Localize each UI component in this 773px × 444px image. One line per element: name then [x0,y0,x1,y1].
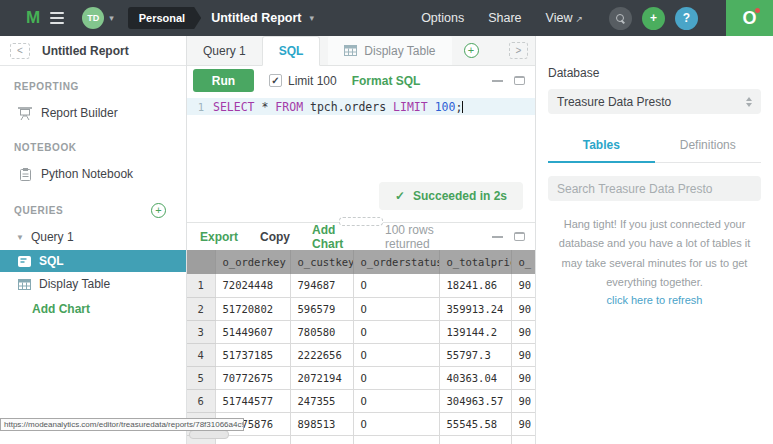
query1-label: Query 1 [31,230,74,244]
report-title: Untitled Report [211,11,301,25]
limit-label: Limit 100 [288,74,337,88]
sql-item-label: SQL [39,254,64,268]
column-header: o_orderkey [215,250,290,274]
breadcrumb-workspace[interactable]: Personal [128,7,201,29]
sidebar-item-query1[interactable]: ▼ Query 1 [0,225,186,249]
tab-definitions[interactable]: Definitions [655,132,762,162]
display-table-item-label: Display Table [39,277,110,291]
tab-tables[interactable]: Tables [548,132,655,163]
table-cell: 70772675 [215,366,290,389]
avatar[interactable]: TD [82,7,104,29]
sql-editor[interactable]: 1 SELECT * FROM tpch.orders LIMIT 100; ✓… [187,95,535,222]
text-cursor [462,101,463,113]
add-button[interactable]: + [642,7,665,30]
avatar-caret-icon[interactable]: ▾ [109,13,114,23]
external-link-icon: ↗ [575,14,583,24]
rows-returned-label: 100 rows returned [385,223,470,251]
sidebar-item-report-builder[interactable]: Report Builder [0,99,186,127]
add-chart-button[interactable]: Add Chart [312,223,363,251]
database-select[interactable]: Treasure Data Presto [548,89,761,114]
sidebar-item-sql[interactable]: SQL [0,250,186,272]
sql-editor-icon [18,256,31,267]
format-sql-button[interactable]: Format SQL [352,74,421,88]
sidebar-header: < Untitled Report [0,36,186,66]
table-cell: O [353,320,439,343]
table-icon [18,279,31,290]
tabbar: Query 1 SQL Display Table + > [187,36,535,66]
table-cell: 55545.58 [439,412,511,435]
results-table-head-row: o_orderkeyo_custkeyo_orderstatuso_totalp… [187,250,535,274]
search-button[interactable] [609,7,632,30]
easel-icon [18,107,32,120]
database-panel: Database Treasure Data Presto Tables Def… [535,36,773,444]
table-cell: 359913.24 [439,297,511,320]
tab-display-table[interactable]: Display Table [328,36,451,65]
queries-section: QUERIES + [0,188,186,225]
run-button[interactable]: Run [193,69,254,92]
add-query-button[interactable]: + [151,203,166,218]
table-cell: 90 [511,274,535,297]
collapse-sidebar-button[interactable]: < [10,43,30,59]
check-icon: ✓ [395,189,405,203]
tables-search-input[interactable] [548,176,761,201]
sidebar-report-title: Untitled Report [42,44,129,58]
column-header: o_ [511,250,535,274]
column-header: o_totalprice [439,250,511,274]
table-cell: 898513 [290,412,353,435]
mode-logo[interactable]: M [26,8,40,28]
notebook-section: NOTEBOOK [0,127,186,160]
column-header: o_custkey [290,250,353,274]
options-button[interactable]: Options [421,11,464,25]
code-line[interactable]: 1 SELECT * FROM tpch.orders LIMIT 100; [187,98,535,115]
sidebar-add-chart[interactable]: Add Chart [0,296,186,322]
view-button[interactable]: View↗ [546,11,583,25]
table-cell: O [353,412,439,435]
results-toolbar: Export Copy Add Chart 100 rows returned [187,222,535,250]
search-icon [616,14,625,23]
maximize-editor-icon[interactable] [514,76,525,85]
minimize-editor-icon[interactable] [492,80,503,82]
table-cell: 304963.57 [439,389,511,412]
limit-100-toggle[interactable]: ✓ Limit 100 [269,74,337,88]
copy-button[interactable]: Copy [260,230,290,244]
scroll-tabs-right-button[interactable]: > [509,42,528,59]
editor-toolbar: Run ✓ Limit 100 Format SQL [187,66,535,95]
table-cell: 90 [511,320,535,343]
code-token: tpch.orders [303,100,393,114]
notification-dot [755,8,760,13]
table-icon [344,45,357,56]
limit-checkbox[interactable]: ✓ [269,74,282,87]
profile-badge[interactable]: O [726,0,773,36]
table-row: 4517371852222656O55797.390 [187,343,535,366]
add-tab-button[interactable]: + [464,43,479,58]
reporting-section: REPORTING [0,66,186,99]
editor-resize-handle[interactable] [339,217,383,226]
table-cell: 72024448 [215,274,290,297]
horizontal-scrollbar[interactable] [189,430,229,439]
share-button[interactable]: Share [488,11,521,25]
row-number-cell: 5 [187,366,215,389]
link-preview-statusbar: https://modeanalytics.com/editor/treasur… [0,418,244,431]
minimize-results-icon[interactable] [492,236,503,238]
code-token: 100 [435,100,456,114]
refresh-link[interactable]: click here to refresh [548,294,761,306]
export-button[interactable]: Export [200,230,238,244]
maximize-results-icon[interactable] [514,232,525,241]
code-line-content[interactable]: SELECT * FROM tpch.orders LIMIT 100; [213,100,463,114]
chevron-down-icon[interactable]: ▼ [16,233,24,242]
table-cell: O [353,297,439,320]
select-arrows-icon [746,97,752,107]
code-token: SELECT [213,100,255,114]
menu-icon[interactable] [50,12,64,24]
sidebar-item-display-table[interactable]: Display Table [0,273,186,295]
query-status-toast: ✓ Succeeded in 2s [379,182,523,210]
row-number-cell: 2 [187,297,215,320]
table-cell [290,435,353,444]
report-title-caret-icon[interactable]: ▾ [309,13,314,23]
tab-sql[interactable]: SQL [262,36,321,66]
table-cell: 90 [511,343,535,366]
table-cell: 90 [511,366,535,389]
help-button[interactable]: ? [675,7,698,30]
sidebar-item-python-notebook[interactable]: Python Notebook [0,160,186,188]
tab-query1[interactable]: Query 1 [187,36,262,65]
